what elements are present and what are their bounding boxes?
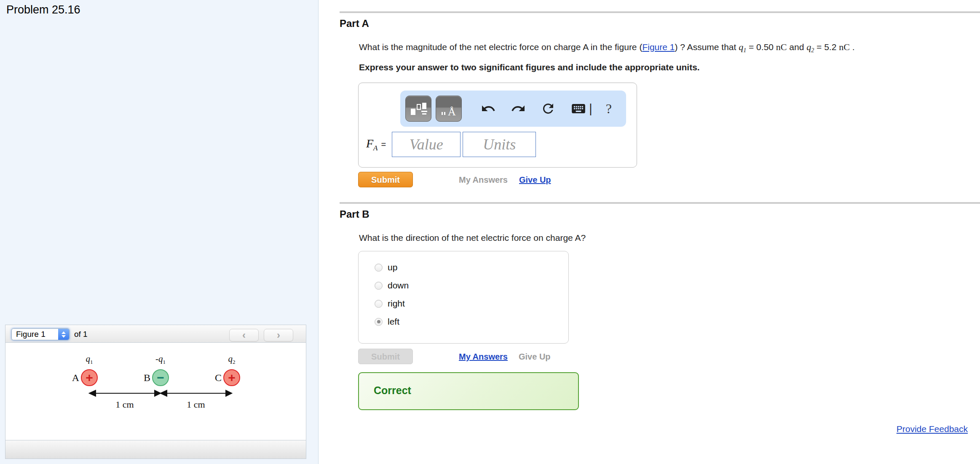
select-stepper-icon xyxy=(58,329,69,340)
chevron-right-icon: › xyxy=(277,329,280,341)
figure-prev-button[interactable]: ‹ xyxy=(229,329,259,341)
math-templates-button[interactable] xyxy=(405,96,431,122)
figure-viewer: Figure 1 of 1 ‹ › xyxy=(5,325,306,459)
undo-icon xyxy=(481,101,496,116)
redo-button[interactable] xyxy=(511,101,526,116)
part-b-question: What is the direction of the net electri… xyxy=(359,233,586,243)
plus-icon: + xyxy=(228,371,236,384)
charge-a-label: q1 xyxy=(72,354,106,365)
figure-select-value: Figure 1 xyxy=(12,330,58,339)
left-panel: Problem 25.16 Figure 1 of 1 ‹ › xyxy=(0,0,319,464)
radio-button-icon[interactable] xyxy=(375,318,383,326)
radio-option-up[interactable]: up xyxy=(375,262,397,272)
radio-button-icon[interactable] xyxy=(375,300,383,308)
figure-footer-strip xyxy=(5,440,306,459)
chevron-left-icon: ‹ xyxy=(242,329,246,341)
radio-button-icon[interactable] xyxy=(375,264,383,272)
equation-toolbar: Å | ? xyxy=(400,91,626,127)
radio-option-down[interactable]: down xyxy=(375,280,409,291)
part-a-header: Part A xyxy=(340,18,369,29)
equals-sign: = xyxy=(381,140,386,149)
radio-option-left[interactable]: left xyxy=(375,317,399,327)
charge-c-label: q2 xyxy=(215,354,249,365)
distance-label-left: 1 cm xyxy=(104,399,146,410)
part-a-instruction: Express your answer to two significant f… xyxy=(359,62,700,72)
toolbar-separator: | xyxy=(589,101,592,116)
provide-feedback-link[interactable]: Provide Feedback xyxy=(897,424,968,434)
radio-option-right[interactable]: right xyxy=(375,299,405,309)
point-a-label: A xyxy=(64,372,79,384)
point-b-label: B xyxy=(135,372,150,384)
redo-icon xyxy=(511,101,526,116)
figure-canvas: q1 A + -q1 B − q2 C + 1 cm 1 cm xyxy=(5,343,306,440)
svg-text:Å: Å xyxy=(448,106,456,118)
charge-a-circle: + xyxy=(81,369,98,386)
units-button[interactable]: Å xyxy=(436,96,462,122)
problem-content-panel: Part A What is the magnitude of the net … xyxy=(319,0,980,464)
charge-b-circle: − xyxy=(152,369,169,386)
figure-next-button[interactable]: › xyxy=(264,329,293,341)
figure-1-link[interactable]: Figure 1 xyxy=(642,42,675,52)
figure-toolbar: Figure 1 of 1 ‹ › xyxy=(5,325,306,343)
undo-button[interactable] xyxy=(481,101,496,116)
part-b-header: Part B xyxy=(340,208,370,220)
part-b-give-up-link[interactable]: Give Up xyxy=(519,352,551,362)
reset-button[interactable] xyxy=(541,101,556,116)
chevron-up-icon xyxy=(62,331,66,334)
templates-icon xyxy=(408,99,428,118)
part-b-options-box: up down right left xyxy=(358,251,569,344)
part-b-result-box: Correct xyxy=(358,372,579,410)
angstrom-unit-icon: Å xyxy=(439,99,459,118)
part-a-answer-box: Å | ? FA = xyxy=(358,83,637,168)
figure-select[interactable]: Figure 1 xyxy=(11,328,70,340)
radio-button-icon[interactable] xyxy=(375,282,383,290)
section-divider xyxy=(340,11,980,13)
answer-input-row: FA = xyxy=(366,132,536,157)
part-b-submit-button[interactable]: Submit xyxy=(358,349,413,364)
minus-icon: − xyxy=(157,371,164,384)
correct-status-label: Correct xyxy=(374,384,411,397)
part-a-submit-button[interactable]: Submit xyxy=(358,172,413,187)
value-input[interactable] xyxy=(392,132,461,157)
part-a-give-up-link[interactable]: Give Up xyxy=(519,175,551,185)
answer-label: FA xyxy=(366,137,378,152)
part-a-my-answers-link[interactable]: My Answers xyxy=(459,175,508,185)
plus-icon: + xyxy=(86,371,93,384)
keyboard-icon xyxy=(570,101,586,117)
distance-label-right: 1 cm xyxy=(175,399,217,410)
reset-icon xyxy=(541,101,556,116)
keyboard-shortcuts-button[interactable]: | xyxy=(570,101,592,117)
help-button[interactable]: ? xyxy=(606,101,612,117)
section-divider xyxy=(340,202,980,204)
units-input[interactable] xyxy=(463,132,536,157)
chevron-down-icon xyxy=(62,335,66,338)
point-c-label: C xyxy=(206,372,222,384)
part-a-question: What is the magnitude of the net electri… xyxy=(359,42,855,54)
part-b-my-answers-link[interactable]: My Answers xyxy=(459,352,508,362)
page-title: Problem 25.16 xyxy=(6,3,80,16)
figure-count-label: of 1 xyxy=(74,330,88,339)
charge-b-label: -q1 xyxy=(144,354,177,365)
charge-c-circle: + xyxy=(223,369,240,386)
